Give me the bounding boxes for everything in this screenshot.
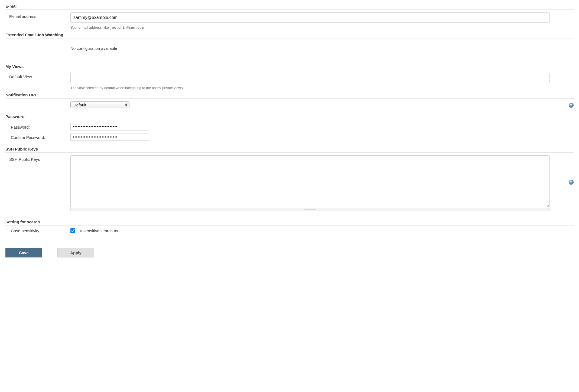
- label-password: Password:: [5, 124, 70, 129]
- label-insensitive-search: Insensitive search tool: [80, 228, 120, 233]
- checkbox-case-sensitivity[interactable]: [70, 228, 75, 233]
- section-header-my-views: My Views: [5, 64, 574, 70]
- row-ssh-keys: SSH Public Keys ?: [5, 155, 574, 211]
- buttons-row: Save Apply: [5, 248, 574, 257]
- section-header-extended-email: Extended Email Job Watching: [5, 32, 574, 38]
- grip-icon: [304, 209, 316, 210]
- row-default-view: Default View The view selected by defaul…: [5, 73, 574, 92]
- help-icon[interactable]: ?: [569, 103, 574, 108]
- row-email-address: E-mail address Your e-mail address, like…: [5, 12, 574, 31]
- help-email-prefix: Your e-mail address, like: [70, 25, 110, 30]
- input-email-address[interactable]: [70, 12, 550, 23]
- input-default-view[interactable]: [70, 73, 550, 83]
- help-default-view: The view selected by default when naviga…: [70, 83, 574, 92]
- textarea-ssh-keys[interactable]: [70, 155, 550, 207]
- row-confirm-password: Confirm Password:: [5, 133, 574, 141]
- help-email-example: joe.chin@sun.com: [110, 26, 144, 30]
- section-header-search: Setting for search: [5, 220, 574, 226]
- input-confirm-password[interactable]: [70, 133, 149, 141]
- text-no-configuration: No configuration available: [70, 41, 574, 55]
- label-email-address: E-mail address: [5, 12, 70, 19]
- label-ssh-keys: SSH Public Keys: [5, 155, 70, 162]
- help-email-address: Your e-mail address, like joe.chin@sun.c…: [70, 23, 574, 31]
- label-confirm-password: Confirm Password:: [5, 135, 70, 140]
- row-case-sensitivity: Case-sensitivity Insensitive search tool: [5, 228, 574, 233]
- row-extended-email: No configuration available: [5, 41, 574, 55]
- section-header-password: Password: [5, 114, 574, 120]
- section-header-email: E-mail: [5, 4, 574, 10]
- section-header-ssh: SSH Public Keys: [5, 147, 574, 153]
- help-icon[interactable]: ?: [569, 180, 574, 185]
- select-notification-url[interactable]: Default: [70, 101, 129, 108]
- row-notification-url: Default ?: [5, 101, 574, 108]
- apply-button[interactable]: Apply: [57, 248, 94, 257]
- resize-handle[interactable]: [70, 208, 550, 211]
- label-case-sensitivity: Case-sensitivity: [5, 228, 70, 233]
- section-header-notification-url: Notification URL: [5, 93, 574, 99]
- save-button[interactable]: Save: [5, 248, 42, 257]
- row-password: Password:: [5, 123, 574, 130]
- input-password[interactable]: [70, 123, 149, 130]
- label-default-view: Default View: [5, 73, 70, 79]
